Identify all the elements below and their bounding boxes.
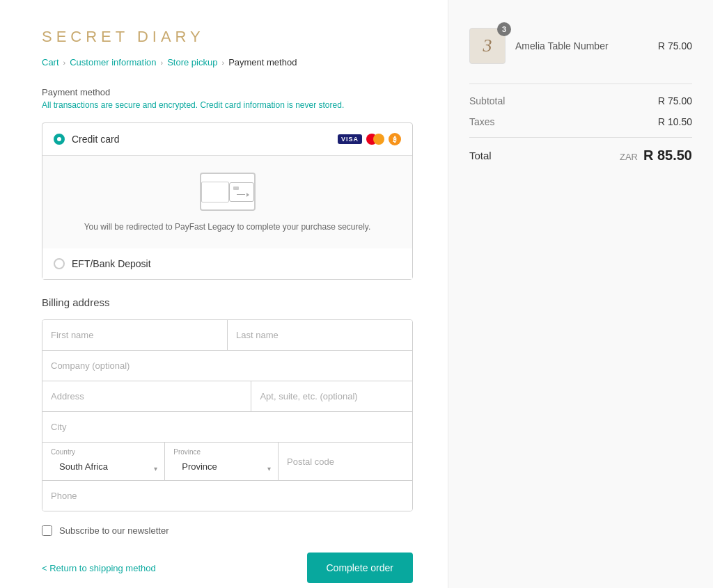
taxes-value: R 10.50	[658, 116, 692, 127]
bitcoin-icon: ₿	[389, 133, 401, 145]
province-select[interactable]: Province	[173, 456, 269, 475]
order-divider	[469, 84, 692, 84]
subtotal-value: R 75.00	[658, 95, 692, 106]
newsletter-checkbox[interactable]	[42, 525, 52, 536]
newsletter-row: Subscribe to our newsletter	[42, 525, 413, 536]
eft-label: EFT/Bank Deposit	[72, 258, 401, 269]
phone-row	[42, 481, 412, 511]
eft-radio[interactable]	[54, 258, 65, 269]
apt-input[interactable]	[251, 381, 412, 412]
breadcrumb-payment: Payment method	[228, 57, 297, 67]
address-input[interactable]	[42, 381, 251, 412]
first-name-input[interactable]	[42, 320, 228, 351]
city-input[interactable]	[42, 412, 412, 443]
name-row	[42, 320, 412, 351]
payment-options-box: Credit card VISA ₿	[42, 122, 413, 280]
breadcrumb-customer[interactable]: Customer information	[70, 57, 156, 67]
product-price: R 75.00	[658, 40, 692, 51]
address-row	[42, 381, 412, 412]
breadcrumb-sep-3: ›	[221, 58, 224, 67]
quantity-badge: 3	[497, 22, 511, 36]
order-summary-panel: 3 3 Amelia Table Number R 75.00 Subtotal…	[448, 0, 713, 588]
billing-title: Billing address	[42, 296, 413, 308]
visa-icon: VISA	[338, 134, 362, 144]
last-name-input[interactable]	[228, 320, 412, 351]
billing-form: Country South Africa ▾ Province Province	[42, 319, 413, 511]
country-label: Country	[42, 443, 164, 456]
return-link[interactable]: Return to shipping method	[42, 563, 156, 573]
total-row: Total ZAR R 85.50	[469, 137, 692, 164]
footer-actions: Return to shipping method Complete order	[42, 553, 413, 583]
breadcrumb-sep-1: ›	[63, 58, 66, 67]
country-select[interactable]: South Africa	[51, 456, 156, 475]
payfast-redirect-area: You will be redirected to PayFast Legacy…	[42, 156, 412, 248]
company-row	[42, 351, 412, 381]
order-item: 3 3 Amelia Table Number R 75.00	[469, 28, 692, 64]
breadcrumb-store[interactable]: Store pickup	[167, 57, 217, 67]
mastercard-icon	[366, 134, 384, 145]
taxes-label: Taxes	[469, 116, 495, 127]
subtotal-label: Subtotal	[469, 95, 505, 106]
company-input[interactable]	[42, 351, 412, 381]
payfast-illustration	[200, 173, 256, 211]
city-row	[42, 412, 412, 443]
payment-section-title: Payment method	[42, 87, 413, 97]
location-row: Country South Africa ▾ Province Province	[42, 443, 412, 481]
breadcrumb-sep-2: ›	[161, 58, 164, 67]
total-currency: ZAR	[620, 152, 638, 162]
credit-card-option[interactable]: Credit card VISA ₿	[42, 123, 412, 156]
country-wrapper: Country South Africa ▾	[42, 443, 165, 481]
breadcrumb: Cart › Customer information › Store pick…	[42, 57, 413, 67]
province-label: Province	[165, 443, 278, 456]
breadcrumb-cart[interactable]: Cart	[42, 57, 59, 67]
phone-input[interactable]	[42, 481, 412, 511]
total-value-group: ZAR R 85.50	[620, 148, 692, 164]
brand-title: SECRET DIARY	[42, 28, 413, 46]
product-numeral: 3	[483, 35, 492, 56]
total-value: R 85.50	[643, 148, 692, 164]
credit-card-radio[interactable]	[54, 134, 65, 145]
postal-code-input[interactable]	[279, 443, 412, 481]
subtotal-row: Subtotal R 75.00	[469, 95, 692, 106]
eft-option[interactable]: EFT/Bank Deposit	[42, 248, 412, 279]
payfast-redirect-text: You will be redirected to PayFast Legacy…	[84, 222, 371, 232]
product-image-wrapper: 3 3	[469, 28, 506, 64]
taxes-row: Taxes R 10.50	[469, 116, 692, 127]
total-label: Total	[469, 150, 492, 161]
complete-order-button[interactable]: Complete order	[307, 553, 414, 583]
credit-card-label: Credit card	[72, 134, 331, 145]
province-wrapper: Province Province ▾	[165, 443, 279, 481]
payment-card-icons: VISA ₿	[338, 133, 401, 145]
newsletter-label: Subscribe to our newsletter	[59, 525, 169, 536]
product-name: Amelia Table Number	[515, 40, 648, 51]
payment-section-subtitle: All transactions are secure and encrypte…	[42, 100, 413, 110]
